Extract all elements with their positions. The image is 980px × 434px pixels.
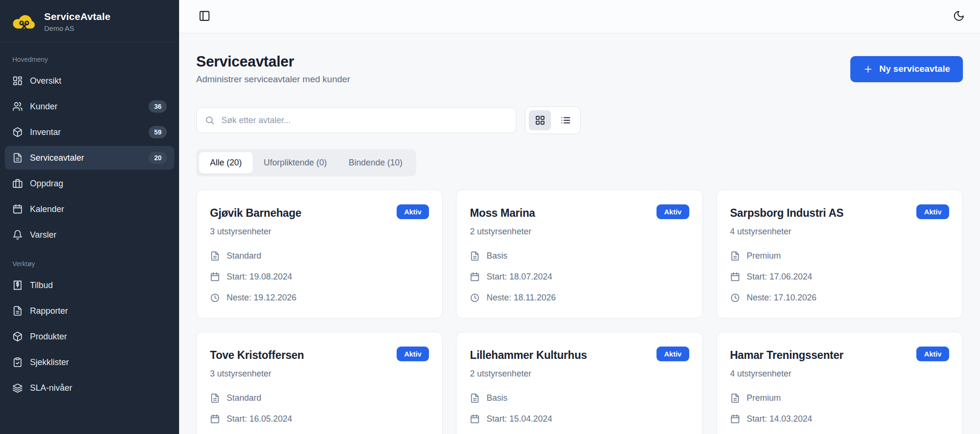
filter-tabs: Alle (20) Uforpliktende (0) Bindende (10… <box>196 149 416 176</box>
calendar-icon <box>730 414 740 424</box>
file-text-icon <box>470 251 480 261</box>
card-start-date: Start: 17.06.2024 <box>747 270 812 283</box>
controls-row <box>196 106 963 134</box>
app-window: ServiceAvtale Demo AS Hovedmeny Oversikt… <box>0 0 980 434</box>
receipt-icon <box>12 280 23 290</box>
sidebar-item-sla-nivaer[interactable]: SLA-nivåer <box>5 376 174 400</box>
sidebar-item-label: Kalender <box>30 204 64 214</box>
card-plan-row: Basis <box>470 250 689 262</box>
card-next-date: Neste: 18.11.2026 <box>486 291 556 304</box>
tab-uforpliktende-0[interactable]: Uforpliktende (0) <box>253 152 338 174</box>
card-start-date: Start: 14.03.2024 <box>747 413 812 425</box>
users-icon <box>12 101 23 112</box>
card-start-date: Start: 19.08.2024 <box>227 270 292 283</box>
serviceavtale-card-sarpsborg-industri-as[interactable]: Sarpsborg Industri AS Aktiv 4 utstyrsenh… <box>716 190 963 318</box>
card-customer-name: Tove Kristoffersen <box>210 347 304 364</box>
card-start-row: Start: 15.04.2024 <box>470 413 689 425</box>
calendar-icon <box>210 272 220 282</box>
cards-grid: Gjøvik Barnehage Aktiv 3 utstyrsenheter … <box>196 190 963 434</box>
card-plan-row: Basis <box>470 392 689 404</box>
grid-view-button[interactable] <box>529 110 551 130</box>
list-view-icon <box>561 115 571 125</box>
tab-label: Uforpliktende (0) <box>264 158 327 167</box>
grid-view-icon <box>535 115 545 125</box>
status-badge: Aktiv <box>397 204 429 219</box>
card-units: 4 utstyrsenheter <box>730 225 949 238</box>
sidebar-item-label: Tilbud <box>30 280 53 290</box>
file-text-icon <box>12 306 23 316</box>
card-next-date: Neste: 19.12.2026 <box>227 291 296 304</box>
sidebar-item-count-badge: 36 <box>149 100 167 113</box>
page-content: Serviceavtaler Administrer serviceavtale… <box>179 33 980 434</box>
sidebar-item-produkter[interactable]: Produkter <box>5 325 174 348</box>
tab-bindende-10[interactable]: Bindende (10) <box>338 152 413 174</box>
calendar-icon <box>12 204 23 214</box>
status-badge: Aktiv <box>657 347 689 361</box>
status-badge: Aktiv <box>916 347 949 361</box>
box-icon <box>12 331 23 342</box>
sidebar-item-label: Varsler <box>30 230 57 240</box>
sidebar-item-label: Produkter <box>30 332 67 342</box>
card-plan: Premium <box>747 392 781 404</box>
plus-icon <box>863 64 873 74</box>
sidebar-item-oversikt[interactable]: Oversikt <box>5 69 174 93</box>
clock-icon <box>730 293 740 303</box>
tab-label: Bindende (10) <box>349 158 402 167</box>
calendar-icon <box>470 272 480 282</box>
panel-left-icon <box>199 10 210 23</box>
sidebar-item-tilbud[interactable]: Tilbud <box>5 273 174 297</box>
card-plan: Basis <box>486 392 507 404</box>
sidebar-item-count-badge: 59 <box>149 126 167 138</box>
sidebar-item-label: Kunder <box>30 102 57 112</box>
file-text-icon <box>210 393 220 403</box>
card-plan-row: Standard <box>210 392 429 404</box>
card-start-row: Start: 14.03.2024 <box>730 413 949 425</box>
sidebar-item-kalender[interactable]: Kalender <box>5 197 174 221</box>
view-toggle-group <box>525 106 580 134</box>
card-next-row: Neste: 17.10.2026 <box>730 291 949 304</box>
serviceavtale-card-tove-kristoffersen[interactable]: Tove Kristoffersen Aktiv 3 utstyrsenhete… <box>196 332 443 434</box>
topbar <box>179 0 980 33</box>
sidebar-section-label-verktoy: Verktøy <box>12 260 167 268</box>
card-next-row: Neste: 19.12.2026 <box>210 291 429 304</box>
serviceavtale-card-moss-marina[interactable]: Moss Marina Aktiv 2 utstyrsenheter Basis… <box>456 190 703 318</box>
serviceavtale-card-gjovik-barnehage[interactable]: Gjøvik Barnehage Aktiv 3 utstyrsenheter … <box>196 190 443 318</box>
sidebar-item-sjekklister[interactable]: Sjekklister <box>5 350 174 374</box>
calendar-icon <box>730 272 740 282</box>
theme-toggle-button[interactable] <box>951 9 967 25</box>
layers-icon <box>12 383 23 393</box>
sidebar-item-label: Sjekklister <box>30 357 69 367</box>
sidebar-item-oppdrag[interactable]: Oppdrag <box>5 172 174 195</box>
clock-icon <box>470 293 480 303</box>
card-customer-name: Moss Marina <box>470 204 535 222</box>
tab-alle-20[interactable]: Alle (20) <box>199 152 253 174</box>
new-serviceavtale-button[interactable]: Ny serviceavtale <box>850 56 963 82</box>
file-text-icon <box>730 393 740 403</box>
app-name: ServiceAvtale <box>44 11 111 22</box>
card-start-row: Start: 17.06.2024 <box>730 270 949 283</box>
card-next-date: Neste: 17.10.2026 <box>747 291 817 304</box>
status-badge: Aktiv <box>916 204 949 219</box>
calendar-icon <box>470 414 480 424</box>
sidebar-item-varsler[interactable]: Varsler <box>5 223 174 247</box>
serviceavtale-card-hamar-treningssenter[interactable]: Hamar Treningssenter Aktiv 4 utstyrsenhe… <box>716 332 963 434</box>
sidebar-item-rapporter[interactable]: Rapporter <box>5 299 174 323</box>
sidebar-item-inventar[interactable]: Inventar 59 <box>5 120 174 144</box>
card-plan-row: Premium <box>730 250 949 262</box>
sidebar-item-kunder[interactable]: Kunder 36 <box>5 95 174 118</box>
card-plan: Basis <box>486 250 507 262</box>
sidebar-item-count-badge: 20 <box>149 152 167 164</box>
tab-label: Alle (20) <box>210 158 242 167</box>
status-badge: Aktiv <box>657 204 689 219</box>
sidebar-toggle-button[interactable] <box>196 9 212 25</box>
card-plan: Premium <box>747 250 781 262</box>
card-plan-row: Premium <box>730 392 949 404</box>
serviceavtale-card-lillehammer-kulturhus[interactable]: Lillehammer Kulturhus Aktiv 2 utstyrsenh… <box>456 332 703 434</box>
sidebar-item-serviceavtaler[interactable]: Serviceavtaler 20 <box>5 146 174 170</box>
list-view-button[interactable] <box>554 110 577 130</box>
dashboard-icon <box>12 76 23 86</box>
box-icon <box>12 127 23 137</box>
search-input[interactable] <box>196 107 516 133</box>
sidebar-item-label: Serviceavtaler <box>30 153 84 163</box>
briefcase-icon <box>12 178 23 189</box>
